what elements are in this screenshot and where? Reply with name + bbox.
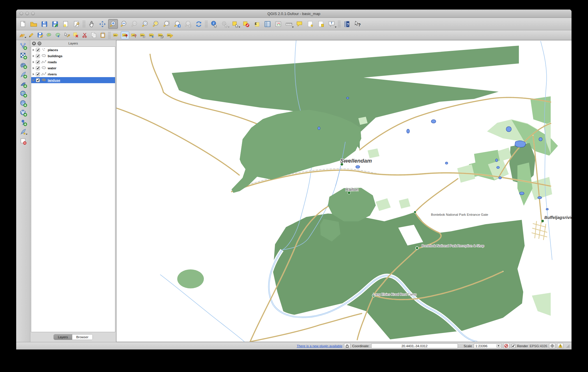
layer-row-places[interactable]: places: [31, 47, 115, 53]
move-label-button[interactable]: abc: [148, 31, 156, 39]
labeling-button[interactable]: abc: [112, 31, 120, 39]
dropdown-caret-icon[interactable]: [292, 27, 294, 28]
layer-row-buildings[interactable]: buildings: [31, 53, 115, 59]
cut-features-button[interactable]: [81, 31, 89, 39]
new-print-composer-button[interactable]: [61, 19, 71, 29]
select-by-expression-button[interactable]: ε: [252, 19, 262, 29]
save-project-button[interactable]: [39, 19, 49, 29]
show-hide-labels-button[interactable]: abc: [139, 31, 147, 39]
zoom-out-button[interactable]: [119, 19, 129, 29]
layer-row-water[interactable]: water: [31, 65, 115, 71]
add-wms-layer-button[interactable]: [19, 90, 27, 98]
pan-to-selection-button[interactable]: [97, 19, 107, 29]
composer-manager-button[interactable]: [71, 19, 81, 29]
layer-visibility-checkbox[interactable]: [36, 60, 40, 64]
change-label-button[interactable]: abc: [166, 31, 174, 39]
new-bookmark-button[interactable]: [305, 19, 315, 29]
copy-features-button[interactable]: [90, 31, 98, 39]
move-feature-button[interactable]: [54, 31, 62, 39]
open-project-button[interactable]: [29, 19, 38, 29]
dropdown-caret-icon[interactable]: [238, 27, 240, 28]
close-window-button[interactable]: [20, 12, 23, 15]
layer-row-roads[interactable]: roads: [31, 59, 115, 65]
help-contents-button[interactable]: ?: [342, 19, 352, 29]
expand-arrow-icon[interactable]: [33, 79, 34, 81]
save-layer-edits-button[interactable]: [36, 31, 44, 39]
pin-unpin-labels-button[interactable]: ab: [121, 31, 129, 39]
add-wfs-layer-button[interactable]: [19, 109, 27, 117]
layer-visibility-checkbox[interactable]: [36, 48, 40, 52]
zoom-next-button[interactable]: [183, 19, 193, 29]
layer-visibility-checkbox[interactable]: [36, 72, 40, 76]
add-spatialite-layer-button[interactable]: [19, 70, 27, 79]
identify-features-button[interactable]: i: [209, 19, 219, 29]
expand-arrow-icon[interactable]: [33, 55, 34, 57]
zoom-window-button[interactable]: [31, 12, 35, 15]
layer-visibility-checkbox[interactable]: [36, 66, 40, 70]
remove-layer-button[interactable]: [19, 137, 27, 146]
layer-name[interactable]: water: [48, 66, 56, 70]
dropdown-caret-icon[interactable]: [26, 134, 27, 135]
message-log-button[interactable]: [557, 343, 563, 349]
dropdown-caret-icon[interactable]: [25, 37, 26, 38]
layer-name[interactable]: buildings: [48, 54, 62, 58]
show-bookmarks-button[interactable]: [316, 19, 326, 29]
stop-render-button[interactable]: [503, 343, 510, 349]
measure-line-button[interactable]: [284, 19, 294, 29]
layer-name[interactable]: rivers: [48, 72, 57, 76]
deselect-features-button[interactable]: [241, 19, 251, 29]
current-edits-button[interactable]: [18, 31, 26, 39]
layer-name[interactable]: places: [48, 48, 58, 52]
paste-features-button[interactable]: [99, 31, 107, 39]
panel-float-icon[interactable]: [38, 42, 41, 45]
add-mssql-layer-button[interactable]: [19, 80, 27, 88]
titlebar[interactable]: QGIS 2.0.1-Dufour - basic_map: [16, 10, 572, 18]
new-shapefile-layer-button[interactable]: [19, 128, 27, 136]
scale-combobox[interactable]: 1:23396: [474, 343, 502, 348]
zoom-to-selection-button[interactable]: [151, 19, 161, 29]
add-postgis-layer-button[interactable]: [19, 61, 27, 69]
map-tips-button[interactable]: [295, 19, 304, 29]
layer-name[interactable]: landuse: [48, 79, 60, 82]
dropdown-caret-icon[interactable]: [228, 27, 230, 28]
expand-arrow-icon[interactable]: [33, 73, 34, 75]
add-vector-layer-button[interactable]: [19, 42, 27, 50]
map-canvas[interactable]: SwellendamRailtonBontebok National Park …: [116, 40, 572, 342]
tab-browser[interactable]: Browser: [72, 334, 93, 340]
highlight-pinned-labels-button[interactable]: ab: [130, 31, 138, 39]
save-project-as-button[interactable]: [50, 19, 60, 29]
pan-map-button[interactable]: [87, 19, 97, 29]
field-calculator-button[interactable]: [273, 19, 283, 29]
zoom-last-button[interactable]: [172, 19, 182, 29]
layer-row-rivers[interactable]: rivers: [31, 71, 115, 77]
delete-selected-button[interactable]: [72, 31, 80, 39]
tab-layers[interactable]: Layers: [54, 334, 72, 340]
node-tool-button[interactable]: [63, 31, 71, 39]
expand-arrow-icon[interactable]: [33, 61, 34, 63]
resize-grip[interactable]: [566, 344, 570, 348]
plugin-icon[interactable]: [344, 343, 350, 349]
whats-this-button[interactable]: ?: [353, 19, 363, 29]
add-delimited-text-layer-button[interactable]: [19, 118, 27, 127]
add-raster-layer-button[interactable]: [19, 51, 27, 60]
panel-close-icon[interactable]: [32, 42, 36, 45]
crs-status-button[interactable]: [549, 343, 555, 349]
zoom-to-layer-button[interactable]: [162, 19, 171, 29]
add-wcs-layer-button[interactable]: [19, 99, 27, 107]
toggle-editing-button[interactable]: [27, 31, 35, 39]
layer-row-landuse[interactable]: landuse: [31, 77, 115, 83]
coordinate-field[interactable]: 20.4403,-34.0312: [371, 343, 458, 348]
layer-visibility-checkbox[interactable]: [36, 54, 40, 58]
expand-arrow-icon[interactable]: [33, 49, 34, 51]
layer-visibility-checkbox[interactable]: [36, 78, 40, 82]
new-project-button[interactable]: [18, 19, 28, 29]
open-attribute-table-button[interactable]: [262, 19, 272, 29]
run-feature-action-button[interactable]: [220, 19, 230, 29]
select-features-button[interactable]: [230, 19, 240, 29]
zoom-native-button[interactable]: 1:1: [130, 19, 139, 29]
scale-dropdown-icon[interactable]: [496, 344, 501, 347]
zoom-full-button[interactable]: [140, 19, 150, 29]
plugin-available-link[interactable]: There is a new plugin available: [297, 344, 342, 348]
dropdown-caret-icon[interactable]: [335, 27, 336, 28]
zoom-in-button[interactable]: [108, 19, 118, 29]
